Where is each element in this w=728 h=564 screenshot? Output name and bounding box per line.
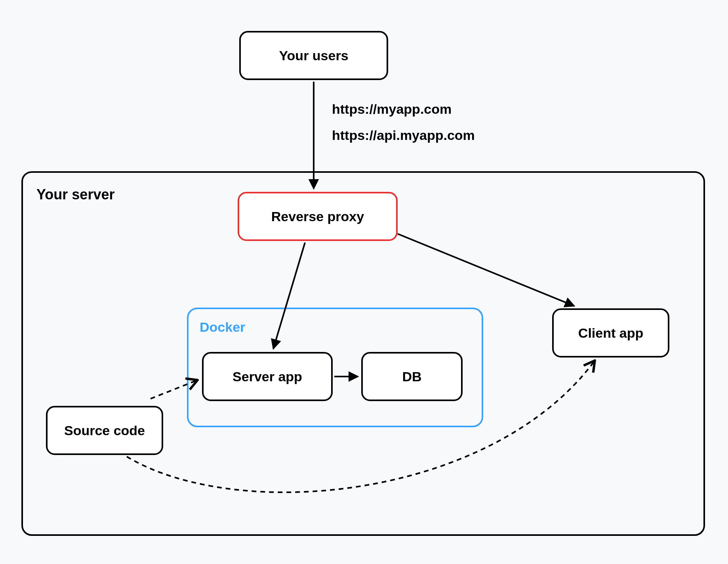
node-your-users: Your users <box>239 31 388 80</box>
edge-label-users-to-proxy-2: https://api.myapp.com <box>332 128 475 143</box>
container-docker-label: Docker <box>200 319 245 335</box>
node-db: DB <box>361 352 463 401</box>
edge-label-users-to-proxy-1: https://myapp.com <box>332 101 452 117</box>
node-client-app: Client app <box>552 308 669 358</box>
node-reverse-proxy-label: Reverse proxy <box>271 209 364 224</box>
node-db-label: DB <box>402 369 421 384</box>
node-source-code: Source code <box>46 406 163 455</box>
node-your-users-label: Your users <box>279 48 348 63</box>
node-server-app: Server app <box>202 352 333 401</box>
node-reverse-proxy: Reverse proxy <box>238 192 398 241</box>
node-client-app-label: Client app <box>578 325 643 341</box>
node-server-app-label: Server app <box>233 369 302 384</box>
diagram-canvas: Your users Your server Reverse proxy Doc… <box>0 0 728 564</box>
container-your-server-label: Your server <box>36 186 114 203</box>
node-source-code-label: Source code <box>64 423 145 438</box>
